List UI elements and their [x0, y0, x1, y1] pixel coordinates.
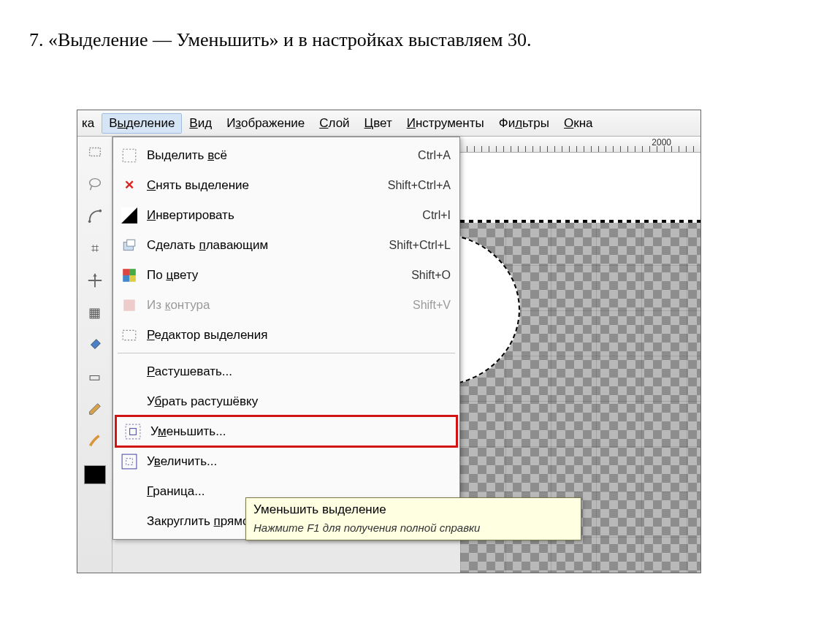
svg-rect-15: [130, 428, 137, 435]
tool-brush[interactable]: [83, 429, 107, 454]
menu-item-label: Инвертировать: [147, 208, 422, 223]
tool-paths[interactable]: [83, 204, 107, 229]
horizontal-ruler: 2000: [459, 137, 700, 153]
lasso-icon: [87, 176, 103, 192]
menu-item-shortcut: Ctrl+A: [418, 149, 451, 162]
menu-item-label: Растушевать...: [147, 364, 451, 379]
ruler-label-2000: 2000: [652, 137, 671, 148]
blank-icon: [119, 393, 140, 410]
svg-rect-16: [126, 458, 133, 464]
menu-layer[interactable]: Слой: [312, 116, 356, 131]
grow-icon: [119, 453, 140, 470]
menu-item-label: По цвету: [147, 268, 411, 283]
menu-item-shortcut: Shift+Ctrl+L: [389, 239, 451, 252]
tool-align[interactable]: ▦: [83, 300, 107, 325]
rect-select-icon: [87, 144, 103, 160]
menu-item-shortcut: Shift+V: [413, 299, 451, 312]
menu-item-shortcut: Shift+Ctrl+A: [388, 179, 451, 192]
menu-item-label: Снять выделение: [147, 178, 388, 193]
tool-rect-select[interactable]: [83, 139, 107, 164]
svg-rect-11: [129, 275, 136, 282]
menubar-partial: ка: [82, 116, 102, 131]
tooltip-shrink: Уменьшить выделение Нажмите F1 для получ…: [245, 497, 581, 540]
selection-marching-ants: [460, 220, 700, 223]
brush-icon: [87, 433, 103, 449]
tool-pencil[interactable]: [83, 397, 107, 421]
shrink-icon: [123, 423, 143, 440]
svg-rect-17: [122, 454, 137, 469]
move-icon: [87, 272, 103, 288]
svg-rect-9: [129, 269, 136, 275]
menu-windows[interactable]: Окна: [557, 116, 600, 131]
tool-gradient[interactable]: ▭: [83, 364, 107, 389]
svg-point-1: [89, 179, 100, 187]
selection-dropdown-menu: Выделить всё Ctrl+A ✕ Снять выделение Sh…: [112, 137, 460, 540]
menu-item-label: Увеличить...: [147, 454, 451, 469]
menu-item-selection-editor[interactable]: Редактор выделения: [113, 320, 459, 350]
float-icon: [119, 237, 140, 254]
screenshot-region: ка Выделение Вид Изображение Слой Цвет И…: [77, 110, 701, 573]
from-path-icon: [119, 297, 140, 314]
menu-item-label: Граница...: [147, 484, 451, 499]
toolbox-strip: ⌗ ▦ ▭: [77, 137, 112, 573]
menu-item-sharpen[interactable]: Убрать растушёвку: [113, 386, 459, 416]
blank-icon: [119, 483, 140, 500]
tooltip-title: Уменьшить выделение: [253, 502, 573, 517]
menu-item-by-color[interactable]: По цвету Shift+O: [113, 260, 459, 290]
menu-separator: [118, 353, 455, 353]
tooltip-body: Нажмите F1 для получения полной справки: [253, 521, 573, 534]
pencil-icon: [87, 401, 103, 417]
menu-item-shrink[interactable]: Уменьшить...: [115, 415, 458, 448]
canvas-white-band: [460, 153, 700, 220]
editor-icon: [119, 326, 140, 344]
svg-rect-7: [127, 240, 135, 246]
svg-rect-10: [123, 275, 129, 282]
svg-rect-8: [123, 269, 129, 275]
color-swatch-fg[interactable]: [84, 465, 106, 484]
blank-icon: [119, 513, 140, 530]
svg-point-2: [88, 221, 91, 223]
menu-view[interactable]: Вид: [182, 116, 219, 131]
menu-item-select-none[interactable]: ✕ Снять выделение Shift+Ctrl+A: [113, 170, 459, 200]
menu-item-feather[interactable]: Растушевать...: [113, 356, 459, 386]
svg-rect-14: [126, 424, 140, 439]
menu-item-label: Убрать растушёвку: [147, 394, 451, 409]
svg-rect-4: [123, 149, 136, 162]
menubar: ка Выделение Вид Изображение Слой Цвет И…: [77, 110, 700, 137]
svg-point-3: [99, 210, 102, 213]
path-icon: [87, 208, 103, 224]
invert-icon: [119, 207, 140, 224]
menu-image[interactable]: Изображение: [219, 116, 312, 131]
menu-item-from-path: Из контура Shift+V: [113, 290, 459, 320]
menu-item-label: Сделать плавающим: [147, 238, 389, 253]
tool-crop[interactable]: ⌗: [83, 236, 107, 261]
tool-move[interactable]: [83, 268, 107, 293]
select-all-icon: [119, 147, 140, 164]
menu-item-shortcut: Shift+O: [411, 269, 451, 282]
blank-icon: [119, 363, 140, 380]
tool-lasso[interactable]: [83, 172, 107, 196]
by-color-icon: [119, 267, 140, 284]
instruction-caption: 7. «Выделение — Уменьшить» и в настройка…: [29, 29, 531, 51]
menu-item-label: Уменьшить...: [150, 424, 447, 439]
menu-color[interactable]: Цвет: [357, 116, 400, 131]
menu-filters[interactable]: Фильтры: [492, 116, 557, 131]
x-icon: ✕: [119, 177, 140, 194]
menu-item-grow[interactable]: Увеличить...: [113, 446, 459, 476]
svg-rect-13: [123, 330, 136, 340]
tool-bucket[interactable]: [83, 332, 107, 357]
menu-item-label: Редактор выделения: [147, 328, 451, 343]
svg-rect-12: [123, 299, 134, 310]
menu-selection[interactable]: Выделение: [102, 113, 182, 134]
menu-item-shortcut: Ctrl+I: [422, 209, 451, 222]
bucket-icon: [87, 337, 103, 353]
menu-item-label: Выделить всё: [147, 148, 418, 163]
menu-item-select-all[interactable]: Выделить всё Ctrl+A: [113, 140, 459, 170]
menu-tools[interactable]: Инструменты: [400, 116, 492, 131]
menu-item-label: Из контура: [147, 298, 413, 313]
svg-rect-0: [89, 148, 100, 156]
menu-item-invert[interactable]: Инвертировать Ctrl+I: [113, 200, 459, 230]
menu-item-float[interactable]: Сделать плавающим Shift+Ctrl+L: [113, 230, 459, 260]
